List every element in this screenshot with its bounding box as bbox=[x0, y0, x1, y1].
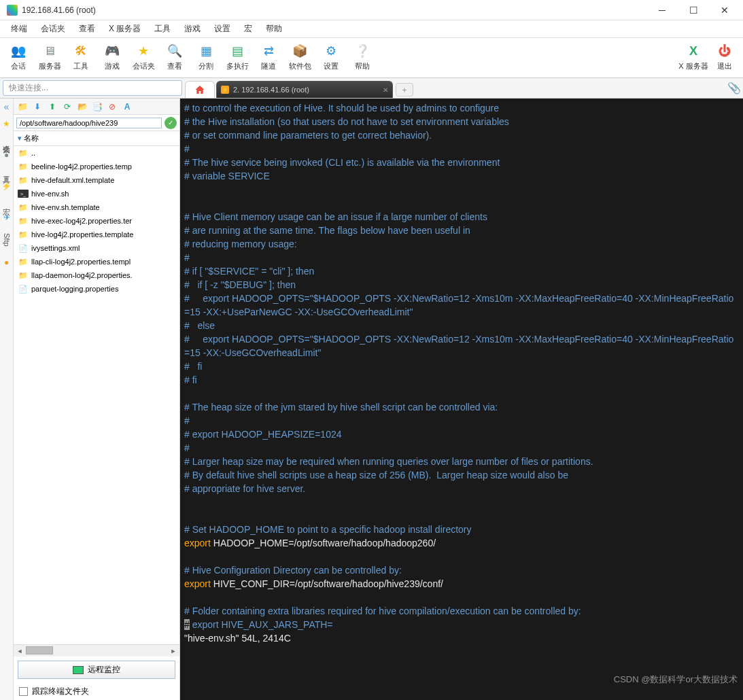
file-name: parquet-logging.properties bbox=[31, 285, 118, 293]
file-row[interactable]: 📁hive-exec-log4j2.properties.ter bbox=[14, 214, 179, 228]
scroll-left-icon[interactable]: ◄ bbox=[14, 645, 26, 657]
tool-label: 帮助 bbox=[355, 61, 370, 71]
folder-icon: 📁 bbox=[18, 203, 29, 212]
file-row[interactable]: 📁hive-env.sh.template bbox=[14, 200, 179, 214]
upload-icon[interactable]: ⬆ bbox=[46, 101, 58, 113]
bookmark-icon[interactable]: 📑 bbox=[91, 101, 103, 113]
folder-icon: 📁 bbox=[18, 230, 29, 239]
file-name: hive-exec-log4j2.properties.ter bbox=[31, 217, 132, 225]
tool-label: 分割 bbox=[198, 61, 213, 71]
tool-分割[interactable]: ▦分割 bbox=[190, 41, 222, 73]
terminal-line: # reducing memory usage: bbox=[184, 237, 739, 251]
tool-游戏[interactable]: 🎮游戏 bbox=[97, 41, 128, 73]
terminal-line: # bbox=[184, 441, 739, 455]
home-tab[interactable] bbox=[185, 81, 215, 98]
menu-0[interactable]: 终端 bbox=[4, 21, 34, 37]
remote-monitor-button[interactable]: 远程监控 bbox=[18, 661, 175, 679]
terminal-line: # Hive Configuration Directory can be co… bbox=[184, 563, 739, 577]
menu-5[interactable]: 游戏 bbox=[177, 21, 207, 37]
tool-查看[interactable]: 🔍查看 bbox=[159, 41, 190, 73]
tool-软件包[interactable]: 📦软件包 bbox=[284, 41, 315, 73]
terminal-line: # Set HADOOP_HOME to point to a specific… bbox=[184, 523, 739, 536]
tool-退出[interactable]: ⏻退出 bbox=[709, 41, 740, 73]
tool-服务器[interactable]: 🖥服务器 bbox=[34, 41, 65, 73]
rail-star-icon[interactable]: ★ bbox=[3, 119, 10, 128]
terminal-line: # Larger heap size may be required when … bbox=[184, 455, 739, 468]
file-row[interactable]: 📄ivysettings.xml bbox=[14, 241, 179, 255]
file-list-header[interactable]: ▾ 名称 bbox=[14, 131, 179, 146]
tool-icon: 🛠 bbox=[72, 42, 90, 60]
rail-collapse-icon[interactable]: « bbox=[4, 101, 10, 112]
terminal-line: # or set command line parameters to get … bbox=[184, 128, 739, 142]
file-row[interactable]: 📁llap-daemon-log4j2.properties. bbox=[14, 268, 179, 282]
terminal-line: # bbox=[184, 414, 739, 427]
terminal-line: # export HADOOP_OPTS="$HADOOP_OPTS -XX:N… bbox=[184, 292, 739, 319]
rail-label-tools[interactable]: 工具 bbox=[1, 167, 12, 175]
scroll-right-icon[interactable]: ► bbox=[167, 645, 179, 657]
rail-label-sessions[interactable]: 会话夹 bbox=[1, 135, 12, 143]
tool-icon: ★ bbox=[135, 42, 152, 60]
terminal-tab-label: 2. 192.168.41.66 (root) bbox=[233, 86, 309, 94]
download-icon[interactable]: ⬇ bbox=[31, 101, 44, 113]
path-input[interactable]: /opt/software/hadoop/hive239 bbox=[16, 118, 162, 128]
file-row[interactable]: 📁hive-log4j2.properties.template bbox=[14, 228, 179, 241]
refresh-icon[interactable]: ⟳ bbox=[61, 101, 73, 113]
sidebar-h-scrollbar[interactable]: ◄ ► bbox=[14, 644, 179, 657]
file-list[interactable]: 📁..📁beeline-log4j2.properties.temp📁hive-… bbox=[14, 146, 179, 644]
minimize-button[interactable]: ─ bbox=[646, 0, 678, 20]
terminal-tab[interactable]: ⚡ 2. 192.168.41.66 (root) ✕ bbox=[216, 81, 393, 98]
sftp-sidebar: 📁 ⬇ ⬆ ⟳ 📂 📑 ⊘ A /opt/software/hadoop/hiv… bbox=[14, 99, 180, 700]
tool-会话夹[interactable]: ★会话夹 bbox=[128, 41, 159, 73]
attachment-icon[interactable]: 📎 bbox=[725, 78, 743, 98]
tool-icon: X bbox=[685, 42, 702, 60]
menu-2[interactable]: 查看 bbox=[72, 21, 102, 37]
file-row[interactable]: 📁.. bbox=[14, 146, 179, 160]
file-row[interactable]: 📁llap-cli-log4j2.properties.templ bbox=[14, 255, 179, 268]
new-tab-button[interactable]: ＋ bbox=[396, 83, 413, 97]
delete-icon[interactable]: ⊘ bbox=[106, 101, 118, 113]
rail-globe-icon[interactable]: ● bbox=[4, 258, 9, 267]
maximize-button[interactable]: ☐ bbox=[678, 0, 709, 20]
terminal-pane[interactable]: # to control the execution of Hive. It s… bbox=[180, 99, 743, 700]
tool-工具[interactable]: 🛠工具 bbox=[65, 41, 97, 73]
file-row[interactable]: >_hive-env.sh bbox=[14, 187, 179, 200]
tool-多执行[interactable]: ▤多执行 bbox=[222, 41, 253, 73]
tool-会话[interactable]: 👥会话 bbox=[3, 41, 34, 73]
close-button[interactable]: ✕ bbox=[709, 0, 740, 20]
menu-6[interactable]: 设置 bbox=[207, 21, 237, 37]
folder-icon[interactable]: 📁 bbox=[16, 101, 29, 113]
menu-7[interactable]: 宏 bbox=[237, 21, 259, 37]
terminal-line bbox=[184, 509, 739, 523]
path-row: /opt/software/hadoop/hive239 ✓ bbox=[14, 115, 179, 131]
tool-帮助[interactable]: ❔帮助 bbox=[347, 41, 378, 73]
tab-close-icon[interactable]: ✕ bbox=[376, 86, 388, 94]
terminal-line: # Hive Client memory usage can be an iss… bbox=[184, 210, 739, 224]
menu-3[interactable]: X 服务器 bbox=[102, 21, 148, 37]
rail-label-sftp[interactable]: Sftp bbox=[3, 229, 11, 251]
menu-4[interactable]: 工具 bbox=[148, 21, 177, 37]
terminal-line bbox=[184, 183, 739, 196]
quick-connect-input[interactable]: 快速连接... bbox=[3, 80, 182, 96]
tool-隧道[interactable]: ⇄隧道 bbox=[253, 41, 284, 73]
quick-connect-placeholder: 快速连接... bbox=[9, 82, 48, 94]
file-row[interactable]: 📄parquet-logging.properties bbox=[14, 282, 179, 296]
track-terminal-label: 跟踪终端文件夹 bbox=[32, 686, 89, 697]
terminal-line: # if [ "$SERVICE" = "cli" ]; then bbox=[184, 264, 739, 278]
menu-1[interactable]: 会话夹 bbox=[34, 21, 72, 37]
file-row[interactable]: 📁hive-default.xml.template bbox=[14, 173, 179, 187]
font-icon[interactable]: A bbox=[121, 101, 133, 113]
tool-X 服务器[interactable]: XX 服务器 bbox=[678, 41, 709, 73]
tool-设置[interactable]: ⚙设置 bbox=[315, 41, 347, 73]
quick-tab-row: 快速连接... ⚡ 2. 192.168.41.66 (root) ✕ ＋ 📎 bbox=[0, 78, 743, 99]
track-terminal-row[interactable]: 跟踪终端文件夹 bbox=[14, 683, 179, 700]
scroll-thumb[interactable] bbox=[26, 646, 53, 654]
terminal-line: # appropriate for hive server. bbox=[184, 482, 739, 495]
column-name: 名称 bbox=[24, 133, 39, 143]
track-terminal-checkbox[interactable] bbox=[19, 687, 28, 696]
file-row[interactable]: 📁beeline-log4j2.properties.temp bbox=[14, 160, 179, 173]
rail-label-macro[interactable]: 宏 bbox=[1, 198, 12, 206]
folder-icon: 📁 bbox=[18, 162, 29, 171]
file-name: hive-log4j2.properties.template bbox=[31, 230, 133, 239]
new-folder-icon[interactable]: 📂 bbox=[76, 101, 88, 113]
menu-8[interactable]: 帮助 bbox=[259, 21, 289, 37]
